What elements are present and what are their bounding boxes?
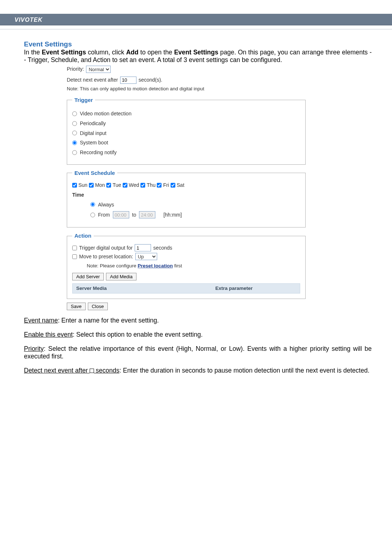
desc-enable-event: Enable this event: Select this option to… [24,331,372,338]
text: : Enter a name for the event setting. [58,317,159,324]
text: : Select the relative importance of this… [24,345,372,360]
detect-label-post: second(s). [139,77,162,83]
label-from: From [98,212,110,218]
move-preset-select[interactable]: Up [135,253,157,260]
label-system-boot: System boot [80,140,108,146]
term-event-name: Event name [24,317,58,324]
save-button[interactable]: Save [67,303,86,310]
text: Note: Please configure [87,263,138,268]
chk-sat[interactable] [171,183,175,188]
chk-move-preset[interactable] [72,254,77,259]
radio-system-boot[interactable] [72,140,77,145]
term-priority: Priority [24,345,44,352]
radio-from[interactable] [90,213,95,217]
text-bold: Add [126,49,138,56]
label-fri: Fri [163,182,169,188]
add-server-button[interactable]: Add Server [72,273,104,280]
trigger-digital-seconds-input[interactable] [135,244,151,251]
server-media-bar: Server Media Extra parameter [72,283,300,294]
intro-paragraph: In the Event Settings column, click Add … [24,49,372,64]
priority-label: Priority: [67,66,84,72]
radio-video-motion[interactable] [72,111,77,116]
text-bold: Event Settings [174,49,219,56]
label-hhmm: [hh:mm] [163,212,182,218]
preset-location-link[interactable]: Preset location [138,263,173,268]
text: : Select this option to enable the event… [73,331,203,338]
time-from-input [113,211,129,218]
add-media-button[interactable]: Add Media [106,273,136,280]
radio-always[interactable] [90,202,95,207]
label-to: to [132,212,136,218]
chk-mon[interactable] [89,183,94,188]
label-recording-notify: Recording notify [80,149,117,156]
radio-periodically[interactable] [72,121,77,126]
text: In the [24,49,42,56]
box-icon [90,369,94,373]
chk-sun[interactable] [72,183,77,188]
text: first [173,263,182,268]
chk-trigger-digital-output[interactable] [72,246,77,250]
detect-seconds-input[interactable] [120,77,136,84]
section-title: Event Settings [24,40,372,49]
term-detect-next: Detect next event after seconds [24,367,119,374]
label-tue: Tue [113,182,121,188]
radio-digital-input[interactable] [72,131,77,135]
action-note: Note: Please configure Preset location f… [87,263,300,269]
header-divider [0,25,392,29]
label-periodically: Periodically [80,120,106,127]
radio-recording-notify[interactable] [72,150,77,155]
label-sat: Sat [177,182,184,188]
schedule-legend: Event Schedule [72,170,117,176]
action-legend: Action [72,233,94,239]
label-move-preset: Move to preset location: [79,254,133,260]
label-video-motion: Video motion detection [80,111,131,117]
text: column, click [86,49,126,56]
text-bold: Event Settings [42,49,86,56]
schedule-fieldset: Event Schedule Sun Mon Tue Wed Thu Fri S… [67,170,306,227]
label-wed: Wed [129,182,139,188]
detect-label-pre: Detect next event after [67,77,118,83]
label-sun: Sun [78,182,87,188]
desc-priority: Priority: Select the relative importance… [24,345,372,360]
action-fieldset: Action Trigger digital output for second… [67,233,306,299]
note-text: Note: This can only applied to motion de… [67,86,306,92]
desc-detect-next: Detect next event after seconds: Enter t… [24,367,372,374]
label-thu: Thu [147,182,155,188]
trigger-fieldset: Trigger Video motion detection Periodica… [67,97,306,165]
trigger-legend: Trigger [72,97,95,103]
event-settings-form: Priority: Normal Detect next event after… [67,66,306,310]
header-brand: VIVOTEK [0,14,392,25]
text: : Enter the duration in seconds to pause… [119,367,369,374]
chk-tue[interactable] [106,183,111,188]
server-media-label: Server Media [76,286,107,291]
label-mon: Mon [95,182,105,188]
label-trigger-digital-post: seconds [153,245,172,251]
chk-fri[interactable] [157,183,162,188]
label-always: Always [98,202,114,208]
chk-thu[interactable] [140,183,145,188]
label-digital-input: Digital input [80,130,106,136]
term-enable-event: Enable this event [24,331,73,338]
extra-parameter-label: Extra parameter [215,286,253,291]
text: to open the [138,49,174,56]
priority-select[interactable]: Normal [86,66,111,73]
time-to-input [139,211,155,218]
content-area: Event Settings In the Event Settings col… [0,29,392,374]
time-label: Time [72,192,300,198]
label-trigger-digital-pre: Trigger digital output for [79,245,132,251]
desc-event-name: Event name: Enter a name for the event s… [24,317,372,324]
chk-wed[interactable] [123,183,127,188]
close-button[interactable]: Close [88,303,108,310]
